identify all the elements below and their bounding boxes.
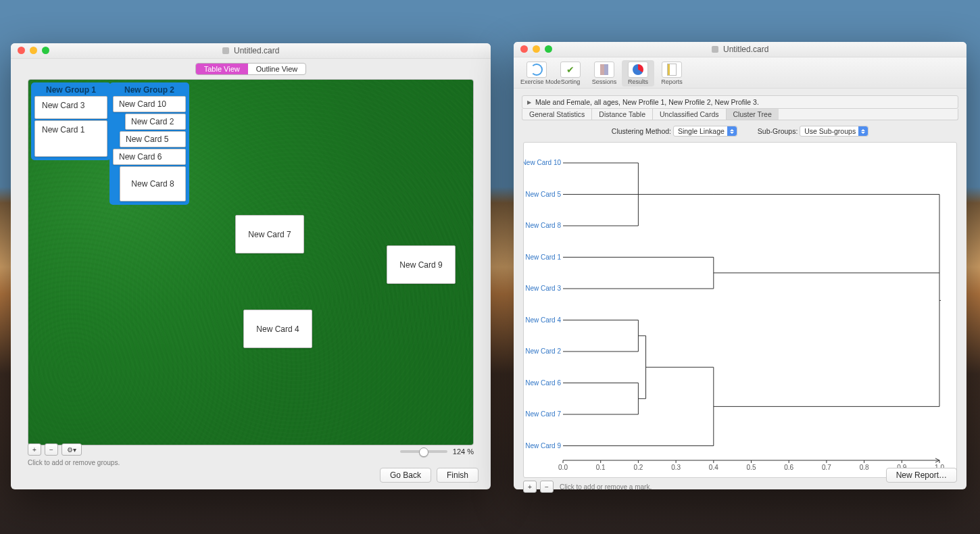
- svg-text:New Card 6: New Card 6: [525, 379, 561, 387]
- group-1[interactable]: New Group 1 New Card 3 New Card 1: [31, 82, 111, 160]
- card[interactable]: New Card 3: [34, 96, 107, 119]
- svg-text:New Card 10: New Card 10: [524, 159, 561, 166]
- svg-text:0.4: 0.4: [709, 464, 718, 471]
- card-sort-window: Untitled.card Table View Outline View Ne…: [11, 43, 491, 489]
- card[interactable]: New Card 10: [113, 96, 186, 112]
- group-title[interactable]: New Group 1: [34, 84, 107, 96]
- svg-text:0.1: 0.1: [596, 464, 606, 471]
- results-window: Untitled.card Exercise Mode ✔ Sorting Se…: [514, 42, 966, 489]
- svg-text:New Card 4: New Card 4: [525, 316, 561, 324]
- new-report-button[interactable]: New Report…: [886, 468, 957, 483]
- svg-text:New Card 2: New Card 2: [525, 347, 561, 355]
- go-back-button[interactable]: Go Back: [380, 468, 431, 483]
- svg-text:0.3: 0.3: [671, 464, 681, 471]
- clustering-method-label: Clustering Method:: [612, 127, 671, 135]
- sorting-canvas[interactable]: New Group 1 New Card 3 New Card 1 New Gr…: [28, 79, 474, 445]
- svg-text:New Card 9: New Card 9: [525, 442, 561, 450]
- svg-text:New Card 7: New Card 7: [525, 410, 561, 418]
- hint-text: Click to add or remove groups.: [28, 459, 120, 466]
- zoom-icon[interactable]: [545, 45, 552, 53]
- view-switcher: Table View Outline View: [11, 59, 491, 79]
- remove-group-button[interactable]: −: [45, 443, 58, 456]
- zoom-icon[interactable]: [42, 47, 49, 54]
- chevron-up-down-icon: [858, 126, 868, 136]
- svg-text:0.2: 0.2: [633, 464, 643, 471]
- tab-outline-view[interactable]: Outline View: [248, 64, 306, 74]
- zoom-slider[interactable]: [400, 450, 447, 453]
- toolbar-label: Sorting: [554, 78, 587, 85]
- subgroups-label: Sub-Groups:: [758, 127, 798, 135]
- results-subtabs: General Statistics Distance Table Unclas…: [522, 109, 958, 120]
- main-toolbar: Exercise Mode ✔ Sorting Sessions Results…: [514, 57, 966, 89]
- svg-text:0.7: 0.7: [822, 464, 831, 471]
- refresh-icon: [526, 62, 547, 78]
- profile-filter[interactable]: ▶ Male and Female, all ages, New Profile…: [522, 95, 958, 109]
- subgroups-select[interactable]: Use Sub-groups: [800, 126, 868, 137]
- card[interactable]: New Card 6: [113, 149, 186, 165]
- subtab-distance-table[interactable]: Distance Table: [592, 109, 653, 120]
- window-title: Untitled.card: [723, 45, 768, 54]
- group-title[interactable]: New Group 2: [113, 84, 186, 96]
- add-group-button[interactable]: +: [28, 443, 41, 456]
- toolbar-sessions[interactable]: Sessions: [588, 60, 620, 87]
- subtab-general-statistics[interactable]: General Statistics: [522, 109, 592, 120]
- group-2[interactable]: New Group 2 New Card 10 New Card 2 New C…: [109, 82, 189, 205]
- check-icon: ✔: [560, 62, 581, 78]
- dendrogram-svg: New Card 10New Card 5New Card 8New Card …: [524, 143, 956, 477]
- close-icon[interactable]: [520, 45, 528, 53]
- card[interactable]: New Card 9: [387, 245, 456, 284]
- svg-text:0.6: 0.6: [784, 464, 793, 471]
- document-icon: [662, 62, 682, 78]
- card[interactable]: New Card 8: [120, 166, 186, 201]
- window-title: Untitled.card: [234, 46, 279, 55]
- zoom-control: 124 %: [400, 447, 474, 456]
- clustering-method-select[interactable]: Single Linkage: [673, 126, 737, 137]
- svg-text:0.8: 0.8: [860, 464, 869, 471]
- profile-summary: Male and Female, all ages, New Profile 1…: [535, 98, 759, 106]
- pie-chart-icon: [628, 62, 648, 78]
- disclosure-triangle-icon[interactable]: ▶: [527, 99, 531, 105]
- card[interactable]: New Card 7: [235, 215, 304, 253]
- zoom-value: 124 %: [453, 447, 474, 456]
- slider-knob[interactable]: [419, 447, 428, 457]
- toolbar-reports[interactable]: Reports: [656, 60, 688, 87]
- subtab-cluster-tree[interactable]: Cluster Tree: [727, 109, 779, 120]
- svg-text:New Card 1: New Card 1: [525, 253, 561, 261]
- finish-button[interactable]: Finish: [437, 468, 479, 483]
- svg-text:0.0: 0.0: [558, 464, 568, 471]
- titlebar[interactable]: Untitled.card: [514, 42, 966, 57]
- hint-text: Click to add or remove a mark.: [560, 483, 652, 491]
- card[interactable]: New Card 1: [34, 120, 107, 157]
- toolbar-label: Results: [622, 78, 654, 85]
- card[interactable]: New Card 2: [125, 114, 186, 130]
- minimize-icon[interactable]: [533, 45, 540, 53]
- tab-table-view[interactable]: Table View: [196, 64, 248, 74]
- toolbar-label: Sessions: [588, 78, 620, 85]
- select-value: Single Linkage: [678, 127, 725, 135]
- options-menu-button[interactable]: ⚙▾: [62, 443, 82, 456]
- subtab-unclassified-cards[interactable]: Unclassified Cards: [653, 109, 727, 120]
- svg-text:New Card 3: New Card 3: [525, 285, 561, 292]
- toolbar-sorting[interactable]: ✔ Sorting: [554, 60, 587, 87]
- document-icon: [712, 46, 718, 53]
- add-mark-button[interactable]: +: [523, 481, 537, 493]
- toolbar-results[interactable]: Results: [622, 60, 654, 87]
- select-value: Use Sub-groups: [804, 127, 856, 135]
- card[interactable]: New Card 5: [120, 131, 186, 147]
- stack-icon: [594, 62, 614, 78]
- svg-text:New Card 8: New Card 8: [525, 222, 561, 229]
- card[interactable]: New Card 4: [243, 310, 312, 348]
- remove-mark-button[interactable]: −: [540, 481, 554, 493]
- document-icon: [222, 47, 229, 54]
- chevron-up-down-icon: [727, 126, 737, 136]
- svg-text:0.5: 0.5: [747, 464, 756, 471]
- cluster-tree-plot: New Card 10New Card 5New Card 8New Card …: [523, 142, 957, 478]
- toolbar-label: Reports: [656, 78, 688, 85]
- close-icon[interactable]: [18, 47, 25, 54]
- toolbar-label: Exercise Mode: [520, 78, 553, 85]
- svg-text:New Card 5: New Card 5: [525, 191, 561, 198]
- minimize-icon[interactable]: [30, 47, 37, 54]
- titlebar[interactable]: Untitled.card: [11, 43, 491, 59]
- toolbar-exercise-mode[interactable]: Exercise Mode: [520, 60, 553, 87]
